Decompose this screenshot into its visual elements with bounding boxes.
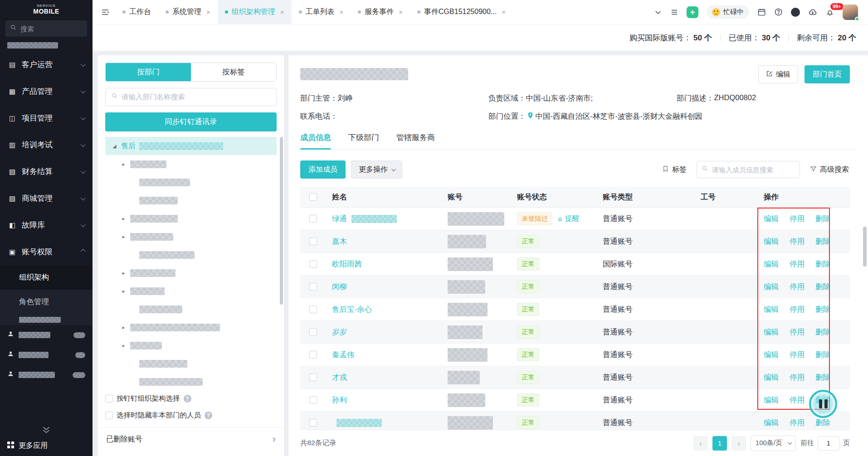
- edit-link[interactable]: 编辑: [764, 395, 779, 405]
- member-search-input[interactable]: [712, 166, 795, 174]
- hide-other-dept-checkbox[interactable]: [105, 412, 113, 419]
- dept-tree-node[interactable]: ▸: [105, 228, 277, 246]
- notification-bell-icon[interactable]: 99+: [825, 8, 834, 17]
- close-icon[interactable]: ×: [206, 8, 210, 16]
- member-name-link[interactable]: 售后宝-余心: [332, 305, 372, 315]
- dept-tree-node[interactable]: ▸: [105, 209, 277, 228]
- dept-search-box[interactable]: [105, 88, 277, 106]
- dept-tree-node[interactable]: ▸: [105, 336, 277, 354]
- delete-link[interactable]: 删除: [815, 214, 830, 224]
- delete-link[interactable]: 删除: [815, 350, 830, 360]
- disable-link[interactable]: 停用: [790, 214, 805, 224]
- edit-link[interactable]: 编辑: [764, 259, 779, 269]
- next-page-button[interactable]: ›: [731, 436, 746, 451]
- delete-link[interactable]: 删除: [815, 373, 830, 383]
- tree-expand-icon[interactable]: ▸: [121, 216, 127, 222]
- member-name-link[interactable]: 孙利: [332, 395, 347, 405]
- delete-link[interactable]: 删除: [815, 282, 830, 292]
- tab-by-department[interactable]: 按部门: [106, 63, 191, 81]
- delete-link[interactable]: 删除: [815, 327, 830, 337]
- sidebar-item-fault-lib[interactable]: ◧ 故障库: [0, 212, 93, 238]
- sidebar-item-product-mgmt[interactable]: ▦ 产品管理: [0, 78, 93, 105]
- member-name-link[interactable]: 嘉木: [332, 237, 347, 247]
- help-icon[interactable]: ?: [205, 412, 212, 419]
- tab-by-tag[interactable]: 按标签: [191, 63, 276, 81]
- tree-expand-icon[interactable]: ▸: [121, 161, 127, 167]
- edit-link[interactable]: 编辑: [764, 214, 779, 224]
- dept-tree-node[interactable]: ◢ 售后: [105, 137, 277, 155]
- member-name-link[interactable]: 秦孟伟: [332, 350, 355, 360]
- sync-dingtalk-button[interactable]: 同步钉钉通讯录: [105, 112, 277, 131]
- dept-tree-node[interactable]: [105, 191, 277, 209]
- dept-tree-node[interactable]: [105, 246, 277, 264]
- row-checkbox[interactable]: [309, 215, 317, 223]
- disable-link[interactable]: 停用: [790, 282, 805, 292]
- dept-tree-node[interactable]: ▸: [105, 155, 277, 173]
- user-status-pill[interactable]: 忙碌中: [707, 5, 749, 19]
- tree-expand-icon[interactable]: ▸: [121, 270, 127, 276]
- table-scrollbar[interactable]: [863, 227, 867, 267]
- disable-link[interactable]: 停用: [790, 418, 805, 428]
- dept-tree-node[interactable]: [105, 354, 277, 373]
- workspace-tab[interactable]: 组织架构管理 ×: [218, 0, 292, 24]
- workspace-tab[interactable]: 系统管理 ×: [158, 0, 218, 24]
- sidebar-item-finance-settle[interactable]: ▧ 财务结算: [0, 158, 93, 185]
- row-checkbox[interactable]: [309, 374, 317, 381]
- dept-tree-node[interactable]: ▸: [105, 282, 277, 300]
- blurred-sidebar-entry[interactable]: [0, 365, 93, 385]
- current-page-button[interactable]: 1: [712, 436, 727, 451]
- member-tab-1[interactable]: 下级部门: [348, 132, 379, 149]
- chevron-down-icon[interactable]: [654, 8, 662, 16]
- sidebar-item-account-perm[interactable]: ▣ 账号权限: [0, 238, 93, 265]
- member-name-link[interactable]: 岁岁: [332, 327, 347, 337]
- member-name-link[interactable]: 才戎: [332, 373, 347, 383]
- advanced-search-button[interactable]: 高级搜索: [810, 165, 849, 175]
- blurred-sidebar-entry[interactable]: [0, 325, 93, 345]
- dept-search-input[interactable]: [122, 93, 271, 101]
- dept-tree-node[interactable]: [105, 300, 277, 318]
- close-icon[interactable]: ×: [280, 8, 284, 16]
- deleted-accounts-row[interactable]: 已删除账号 ›: [98, 427, 284, 449]
- edit-button[interactable]: 编辑: [758, 65, 798, 83]
- add-member-button[interactable]: 添加成员: [300, 160, 346, 179]
- row-checkbox[interactable]: [309, 328, 317, 336]
- page-size-select[interactable]: 100条/页: [751, 436, 796, 451]
- hamburger-menu-icon[interactable]: [670, 8, 678, 16]
- workspace-tab[interactable]: 工单列表 ×: [292, 0, 351, 24]
- delete-link[interactable]: 删除: [815, 237, 830, 247]
- goto-page-input[interactable]: [818, 436, 839, 451]
- member-name-link[interactable]: 绿通: [332, 214, 347, 224]
- edit-link[interactable]: 编辑: [764, 327, 779, 337]
- member-name-link[interactable]: 闵柳: [332, 282, 347, 292]
- tree-expand-icon[interactable]: ◢: [112, 143, 117, 149]
- sidebar-item-customer-ops[interactable]: ▤ 客户运营: [0, 51, 93, 78]
- help-icon[interactable]: [774, 8, 783, 16]
- create-new-button[interactable]: +: [687, 6, 698, 18]
- dept-tree-node[interactable]: [105, 173, 277, 191]
- dept-tree-node[interactable]: ▸: [105, 318, 277, 336]
- delete-link[interactable]: 删除: [815, 418, 830, 428]
- tree-expand-icon[interactable]: ▸: [121, 288, 127, 294]
- tree-expand-icon[interactable]: ▸: [121, 325, 127, 330]
- sidebar-search-input[interactable]: [20, 25, 83, 33]
- edit-link[interactable]: 编辑: [764, 373, 779, 383]
- dept-scrollbar[interactable]: [280, 137, 283, 305]
- collapse-sidebar-button[interactable]: [0, 426, 93, 434]
- more-apps-button[interactable]: 更多应用: [0, 435, 93, 456]
- row-checkbox[interactable]: [309, 351, 317, 359]
- workspace-tab[interactable]: 工作台: [115, 0, 158, 24]
- row-checkbox[interactable]: [309, 283, 317, 291]
- help-icon[interactable]: ?: [184, 395, 191, 403]
- blurred-sidebar-entry[interactable]: [0, 345, 93, 365]
- disable-link[interactable]: 停用: [790, 327, 805, 337]
- cloud-download-icon[interactable]: [808, 8, 817, 17]
- delete-link[interactable]: 删除: [815, 305, 830, 315]
- edit-link[interactable]: 编辑: [764, 350, 779, 360]
- row-checkbox[interactable]: [309, 396, 317, 404]
- disable-link[interactable]: 停用: [790, 259, 805, 269]
- tree-expand-icon[interactable]: ▸: [121, 343, 127, 349]
- row-checkbox[interactable]: [309, 419, 317, 427]
- member-tab-0[interactable]: 成员信息: [300, 132, 331, 149]
- dept-home-button[interactable]: 部门首页: [805, 65, 850, 83]
- dingtalk-structure-checkbox[interactable]: [105, 395, 113, 403]
